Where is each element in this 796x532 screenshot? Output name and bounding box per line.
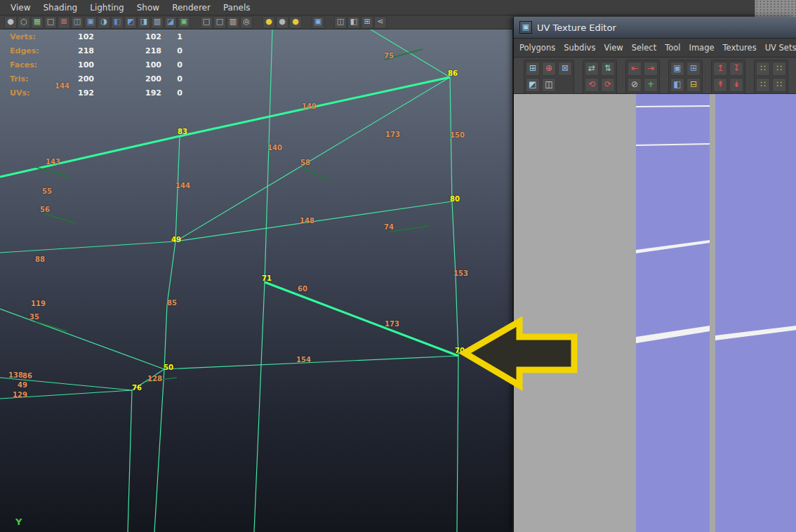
textured-display-icon[interactable]: ▣ [84,16,97,29]
snap-to-grid-icon[interactable]: ∷ [756,62,770,76]
mesh-edge[interactable] [164,305,167,369]
align-u-max-icon[interactable]: ⇥ [644,62,658,76]
menu-lighting[interactable]: Lighting [84,3,131,13]
isolate-select-icon[interactable]: ◎ [240,16,253,29]
align-v-max-icon[interactable]: ↥ [713,62,727,76]
gamma-icon[interactable]: □ [213,16,226,29]
mesh-edge[interactable] [371,29,450,77]
edge-number-label: 119 [31,300,46,307]
mesh-edge[interactable] [452,201,456,275]
uv-menu-view[interactable]: View [599,43,627,53]
maya-menu-bar: ViewShadingLightingShowRendererPanels [0,0,796,15]
grid-display-icon[interactable]: ▦ [31,16,44,29]
menu-show[interactable]: Show [131,3,166,13]
menu-view[interactable]: View [4,3,37,13]
toggle-filtered-icon[interactable]: + [644,78,658,92]
mesh-edge[interactable] [0,241,175,253]
align-u-min-icon[interactable]: ⇤ [628,62,642,76]
shade-uv-shells-icon[interactable]: ◧ [670,78,684,92]
default-material-sphere-icon[interactable]: ● [263,16,275,29]
view-transform-icon[interactable]: ▥ [227,16,239,29]
uv-menu-uv-sets[interactable]: UV Sets [761,43,796,53]
two-pane-layout-icon[interactable]: ◧ [347,16,360,29]
uv-editor-canvas[interactable] [514,94,796,532]
mesh-edge[interactable] [128,390,132,532]
uv-menu-textures[interactable]: Textures [719,43,761,53]
tile-u-icon[interactable]: ∷ [756,78,770,92]
mesh-edge[interactable] [265,282,458,356]
uv-shell[interactable] [715,94,796,532]
viewport-panel[interactable]: 1447586149173150831401435814455568014874… [0,29,512,532]
share-view-icon[interactable]: ⋖ [374,16,387,29]
wireframe-sphere-icon[interactable]: ○ [18,16,30,29]
uv-toolbar-row: ⇄⇅ [585,62,615,76]
film-gate-icon[interactable]: □ [44,16,57,29]
edge-number-label: 74 [384,223,394,231]
edge-number-label: 75 [384,52,394,60]
edge-number-label: 88 [35,255,45,263]
mesh-edge[interactable] [0,309,164,369]
uv-shell[interactable] [636,94,710,532]
hud-value: 102 [94,32,161,41]
snap-to-pixel-icon[interactable]: ∷ [772,62,786,76]
shadows-icon[interactable]: ◧ [111,16,124,29]
snap-v-icon[interactable]: ↡ [729,78,743,92]
edge-number-label: 148 [300,217,314,225]
textures-toggle-icon[interactable]: ▣ [178,16,190,29]
viewport-renderer-icon[interactable]: ▣ [312,16,324,29]
textured-display-sphere-icon[interactable]: ● [289,16,302,29]
texture-borders-icon[interactable]: ⊟ [686,78,701,92]
uv-lattice-tool-icon[interactable]: ⊞ [526,62,540,76]
uv-texture-editor-window[interactable]: ▣ UV Texture Editor PolygonsSubdivsViewS… [513,17,796,532]
dim-image-icon[interactable]: ⊘ [628,78,642,92]
uv-menu-polygons[interactable]: Polygons [515,43,559,53]
uv-menu-select[interactable]: Select [628,43,661,53]
menu-panels[interactable]: Panels [217,3,257,13]
maya-window-icon: ▣ [519,21,532,34]
mesh-edge[interactable] [456,275,458,356]
uv-toolbar-row: ∷∷ [756,78,786,92]
rotate-ccw-icon[interactable]: ⟲ [585,78,599,92]
four-pane-layout-icon[interactable]: ⊞ [361,16,373,29]
exposure-icon[interactable]: □ [200,16,213,29]
select-shortest-path-icon[interactable]: ◩ [526,78,540,92]
wireframe-on-shaded-icon[interactable]: ◫ [71,16,84,29]
menu-renderer[interactable]: Renderer [166,3,217,13]
mesh-edge[interactable] [167,241,175,305]
uv-editor-title-bar[interactable]: ▣ UV Texture Editor [514,17,796,39]
single-pane-layout-icon[interactable]: ◫ [334,16,347,29]
motion-blur-icon[interactable]: ◨ [138,16,150,29]
mesh-edge[interactable] [457,356,458,532]
uv-toolbar-row: ∷∷ [756,62,786,76]
mesh-edge[interactable] [265,29,272,282]
layout-uv-icon[interactable]: ▣ [670,62,684,76]
rotate-cw-icon[interactable]: ⟳ [601,78,615,92]
snap-u-icon[interactable]: ↟ [713,78,727,92]
lighting-icon[interactable]: ◑ [98,16,110,29]
tile-v-icon[interactable]: ∷ [772,78,786,92]
mesh-edge[interactable] [0,136,180,177]
relax-uv-icon[interactable]: ◫ [542,78,556,92]
align-v-min-icon[interactable]: ↧ [729,62,743,76]
shaded-display-sphere-icon[interactable]: ● [276,16,288,29]
mesh-edge[interactable] [450,77,452,201]
uv-menu-image[interactable]: Image [685,43,719,53]
flip-v-icon[interactable]: ⇅ [601,62,615,76]
toolbar-group: ●○▦□⊠◫▣◑◧◩◨▥◪▣ [4,16,190,29]
mesh-edge[interactable] [154,369,164,532]
depth-of-field-icon[interactable]: ◪ [164,16,177,29]
resolution-gate-icon[interactable]: ⊠ [58,16,70,29]
uv-menu-subdivs[interactable]: Subdivs [559,43,599,53]
flip-u-icon[interactable]: ⇄ [585,62,599,76]
move-uv-shell-tool-icon[interactable]: ⊕ [542,62,556,76]
grid-uv-icon[interactable]: ⊞ [686,62,701,76]
edge-number-label: 55 [42,187,52,195]
menu-shading[interactable]: Shading [37,3,84,13]
uv-menu-tool[interactable]: Tool [661,43,684,53]
screen-space-ao-icon[interactable]: ◩ [124,16,137,29]
mesh-edge[interactable] [254,282,265,532]
shaded-sphere-icon[interactable]: ● [4,16,17,29]
multisample-icon[interactable]: ▥ [151,16,164,29]
uv-smudge-tool-icon[interactable]: ⊠ [558,62,572,76]
mesh-edge[interactable] [164,356,458,369]
